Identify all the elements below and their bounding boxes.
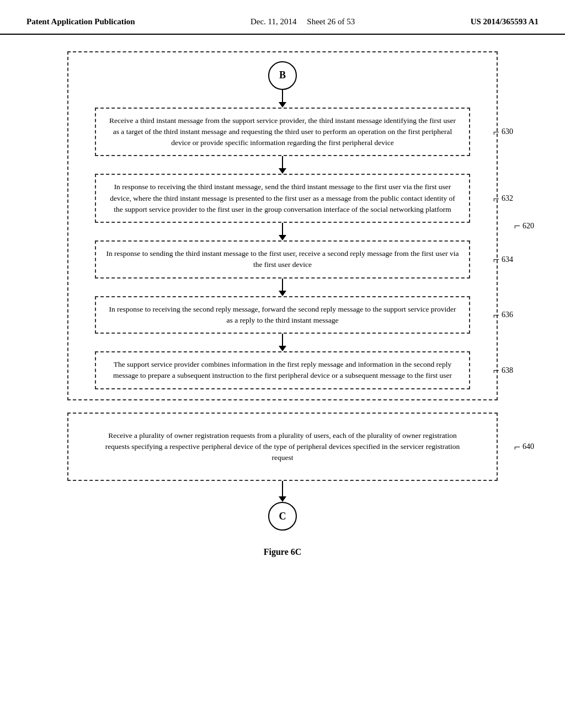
box-row-634: In response to sending the third instant… bbox=[68, 240, 497, 279]
arrow-b-to-630 bbox=[68, 90, 497, 108]
publication-date: Dec. 11, 2014 bbox=[250, 17, 297, 26]
box-row-630: Receive a third instant message from the… bbox=[68, 108, 497, 157]
patent-number: US 2014/365593 A1 bbox=[471, 15, 539, 28]
header-center: Dec. 11, 2014 Sheet 26 of 53 bbox=[250, 15, 355, 28]
ref-label-640: ⌐ 640 bbox=[514, 440, 534, 453]
process-box-638: The support service provider combines in… bbox=[95, 351, 470, 389]
arrow-632-to-634 bbox=[68, 223, 497, 240]
arrow-634-to-636 bbox=[68, 279, 497, 296]
figure-caption: Figure 6C bbox=[264, 547, 302, 557]
main-content: B Receive a third instant message from t… bbox=[0, 35, 565, 574]
box-row-640: Receive a plurality of owner registratio… bbox=[68, 424, 497, 470]
ref-label-634: ⌐ 634 bbox=[493, 251, 513, 267]
box-row-632: In response to receiving the third insta… bbox=[68, 174, 497, 223]
outer-group-label-620: ⌐ 620 bbox=[514, 220, 534, 232]
outer-group-640: Receive a plurality of owner registratio… bbox=[67, 413, 498, 481]
box-row-636: In response to receiving the second repl… bbox=[68, 296, 497, 334]
process-box-634: In response to sending the third instant… bbox=[95, 240, 470, 279]
ref-label-630: ⌐ 630 bbox=[493, 124, 513, 140]
ref-label-638: ⌐ 638 bbox=[493, 362, 513, 378]
connector-b: B bbox=[268, 61, 297, 90]
process-box-636: In response to receiving the second repl… bbox=[95, 296, 470, 334]
process-box-640: Receive a plurality of owner registratio… bbox=[95, 424, 470, 470]
ref-label-632: ⌐ 632 bbox=[493, 190, 513, 207]
connector-c: C bbox=[268, 502, 297, 531]
arrow-636-to-638 bbox=[68, 334, 497, 351]
publication-title: Patent Application Publication bbox=[26, 15, 135, 28]
flowchart: B Receive a third instant message from t… bbox=[45, 51, 520, 558]
top-connector-row: B bbox=[68, 52, 497, 90]
arrow-640-to-c bbox=[45, 481, 520, 502]
ref-label-636: ⌐ 636 bbox=[493, 307, 513, 323]
page-header: Patent Application Publication Dec. 11, … bbox=[0, 0, 565, 35]
arrow-630-to-632 bbox=[68, 156, 497, 174]
box-row-638: The support service provider combines in… bbox=[68, 351, 497, 389]
sheet-info: Sheet 26 of 53 bbox=[307, 17, 355, 26]
process-box-630: Receive a third instant message from the… bbox=[95, 108, 470, 157]
outer-group-620: B Receive a third instant message from t… bbox=[67, 51, 498, 400]
process-box-632: In response to receiving the third insta… bbox=[95, 174, 470, 223]
